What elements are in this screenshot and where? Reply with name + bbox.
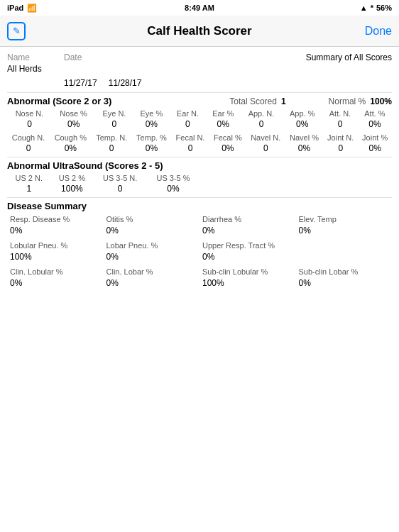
report-content: Name Date Summary of All Scores All Herd… (0, 47, 399, 532)
nav-title: Calf Health Scorer (147, 24, 251, 38)
status-bar: iPad 📶 8:49 AM ▲ * 56% (0, 0, 399, 16)
disease-label (296, 240, 393, 250)
disease-section-title: Disease Summary (7, 201, 87, 211)
abnormal-table-2: Cough N.Cough %Temp. N.Temp. %Fecal N.Fe… (7, 133, 392, 154)
signal-icon: ▲ (360, 4, 368, 12)
device-label: iPad (7, 4, 23, 12)
date-label: Date (64, 52, 135, 62)
herd-value: All Herds (7, 64, 64, 74)
nav-bar: ✎ Calf Health Scorer Done (0, 16, 399, 47)
abnormal-section-title: Abnormal (Score 2 or 3) (7, 96, 111, 106)
total-scored-value: 1 (281, 96, 286, 106)
disease-value: 100% (200, 277, 296, 289)
disease-value: 0% (296, 225, 393, 236)
abnormal-table-1: Nose N.Nose %Eye N.Eye %Ear N.Ear %App. … (7, 109, 392, 130)
disease-value: 0% (296, 277, 393, 289)
done-button[interactable]: Done (365, 25, 392, 38)
ultrasound-section-title: Abnormal UltraSound (Scores 2 - 5) (7, 160, 163, 171)
disease-value: 0% (104, 251, 200, 262)
total-scored-label: Total Scored (229, 96, 277, 106)
disease-label: Lobar Pneu. % (104, 240, 200, 250)
disease-value: 0% (200, 225, 296, 236)
normal-pct-value: 100% (370, 96, 392, 106)
edit-icon[interactable]: ✎ (7, 22, 26, 40)
disease-value: 100% (7, 251, 104, 262)
date2-value: 11/28/17 (109, 78, 142, 88)
disease-label: Sub-clin Lobular % (200, 267, 296, 277)
disease-value: 0% (7, 277, 104, 289)
disease-label: Upper Resp. Tract % (200, 240, 296, 250)
disease-label: Clin. Lobar % (104, 267, 200, 277)
disease-label: Resp. Disease % (7, 214, 104, 224)
bluetooth-icon: * (371, 4, 373, 12)
disease-label: Clin. Lobular % (7, 267, 104, 277)
ultrasound-table: US 2 N.US 2 %US 3-5 N.US 3-5 % 1100%00% (7, 173, 200, 194)
nav-left[interactable]: ✎ (7, 22, 26, 40)
disease-label: Otitis % (104, 214, 200, 224)
disease-label: Diarrhea % (200, 214, 296, 224)
disease-summary: Resp. Disease %Otitis %Diarrhea %Elev. T… (7, 214, 392, 289)
disease-label: Sub-clin Lobar % (296, 267, 393, 277)
normal-pct-label: Normal % (329, 96, 366, 106)
summary-label: Summary of All Scores (135, 52, 392, 62)
status-bar-time: 8:49 AM (185, 4, 214, 12)
wifi-icon: 📶 (27, 4, 37, 13)
disease-value (296, 251, 393, 262)
disease-value: 0% (7, 225, 104, 236)
status-bar-left: iPad 📶 (7, 4, 37, 13)
disease-value: 0% (200, 251, 296, 262)
date1-value: 11/27/17 (64, 78, 97, 88)
disease-value: 0% (104, 225, 200, 236)
battery-level: 56% (376, 4, 392, 12)
disease-label: Lobular Pneu. % (7, 240, 104, 250)
name-label: Name (7, 52, 64, 62)
disease-value: 0% (104, 277, 200, 289)
disease-label: Elev. Temp (296, 214, 393, 224)
status-bar-right: ▲ * 56% (360, 4, 392, 12)
